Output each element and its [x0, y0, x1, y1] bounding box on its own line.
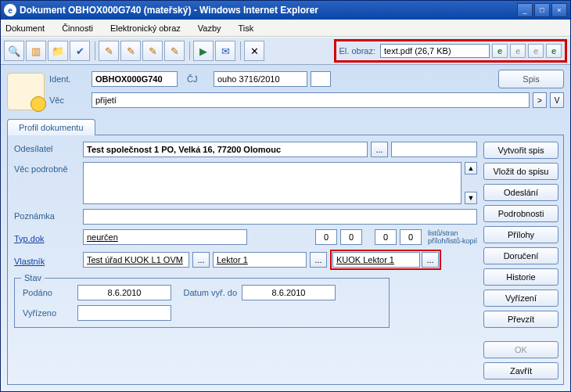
vyrizeni-button[interactable]: Vyřízení	[483, 290, 558, 307]
vlozit-do-spisu-button[interactable]: Vložit do spisu	[483, 163, 558, 180]
maximize-button[interactable]: □	[534, 3, 550, 17]
toolbar-delete-icon[interactable]: ✕	[244, 41, 264, 61]
tab-row: Profil dokumentu	[7, 118, 564, 135]
vlastnik-urad-field[interactable]	[83, 252, 189, 268]
list4-field[interactable]	[400, 229, 422, 245]
vytvorit-spis-button[interactable]: Vytvořit spis	[483, 142, 558, 159]
toolbar-edit2-icon[interactable]: ✎	[120, 41, 141, 61]
vec-expand-button[interactable]: >	[533, 92, 547, 108]
cj-extra-field[interactable]	[311, 71, 331, 87]
prilohy-button[interactable]: Přílohy	[483, 226, 558, 243]
scroll-down-icon[interactable]: ▼	[465, 192, 477, 204]
toolbar-edit1-icon[interactable]: ✎	[99, 41, 119, 61]
odesilatel-field[interactable]	[83, 142, 368, 157]
vlastnik-label[interactable]: Vlastník	[14, 254, 80, 266]
kuok-highlight: ...	[330, 250, 441, 270]
vec-podrobne-field[interactable]	[83, 162, 461, 204]
vec-podrobne-label: Věc podrobně	[14, 162, 80, 174]
toolbar-edit4-icon[interactable]: ✎	[164, 41, 185, 61]
kuok-field[interactable]	[332, 252, 420, 268]
menu-elektronicky-obraz[interactable]: Elektronický obraz	[110, 23, 181, 33]
zavrit-button[interactable]: Zavřít	[483, 362, 558, 379]
vec-label: Věc	[49, 95, 88, 105]
el-obraz-label: El. obraz:	[339, 46, 375, 56]
el-obraz-btn2[interactable]: e	[510, 44, 526, 58]
odeslani-button[interactable]: Odeslání	[483, 184, 558, 201]
form-area: Odesílatel ... Věc podrobně ▲ ▼ Poznámka	[7, 135, 564, 385]
el-obraz-btn1[interactable]: e	[492, 44, 508, 58]
toolbar-check-icon[interactable]: ✔	[70, 41, 90, 61]
ie-icon: e	[4, 4, 16, 16]
el-obraz-btn4[interactable]: e	[546, 44, 562, 58]
list1-field[interactable]	[315, 229, 337, 245]
scroll-up-icon[interactable]: ▲	[465, 162, 477, 174]
document-icon	[7, 73, 45, 110]
toolbar-folder-icon[interactable]: 📁	[48, 41, 68, 61]
toolbar-mail-icon[interactable]: ✉	[215, 41, 235, 61]
toolbar-search-icon[interactable]: 🔍	[4, 41, 24, 61]
tab-profil-dokumentu[interactable]: Profil dokumentu	[7, 119, 95, 135]
menu-dokument[interactable]: Dokument	[5, 23, 45, 33]
window: e Dokument OBHOX000G740 (mateřský) - Win…	[0, 0, 571, 392]
el-obraz-box: El. obraz: e e e e	[334, 39, 567, 63]
doruceni-button[interactable]: Doručení	[483, 247, 558, 264]
vlastnik-lektor-browse[interactable]: ...	[310, 252, 327, 268]
typdok-label[interactable]: Typ.dok	[14, 232, 80, 243]
vlastnik-lektor-field[interactable]	[213, 252, 307, 268]
vyrizeno-field[interactable]	[77, 305, 171, 321]
sidebar-buttons: Vytvořit spis Vložit do spisu Odeslání P…	[483, 142, 558, 379]
toolbar-forward-icon[interactable]: ▶	[193, 41, 214, 61]
toolbar-edit3-icon[interactable]: ✎	[142, 41, 163, 61]
menu-tisk[interactable]: Tisk	[239, 23, 254, 33]
odesilatel-label: Odesílatel	[14, 142, 80, 153]
poznamka-label: Poznámka	[14, 209, 80, 221]
list3-field[interactable]	[375, 229, 397, 245]
podano-label: Podáno	[23, 288, 77, 297]
odesilatel-browse[interactable]: ...	[371, 142, 388, 157]
stav-legend: Stav	[21, 273, 45, 282]
vyrizeno-label: Vyřízeno	[23, 308, 77, 318]
vlastnik-urad-browse[interactable]: ...	[192, 252, 210, 268]
menu-cinnosti[interactable]: Činnosti	[62, 23, 93, 33]
el-obraz-field[interactable]	[380, 44, 490, 58]
vec-field[interactable]	[92, 92, 530, 108]
podano-field[interactable]	[77, 285, 171, 300]
menu-vazby[interactable]: Vazby	[198, 23, 221, 33]
poznamka-field[interactable]	[83, 209, 477, 225]
spis-button[interactable]: Spis	[498, 70, 564, 88]
typdok-field[interactable]	[83, 229, 247, 245]
minimize-button[interactable]: _	[517, 3, 533, 17]
list2-field[interactable]	[340, 229, 362, 245]
ident-field[interactable]	[92, 71, 178, 87]
cj-label: ČJ	[187, 74, 210, 84]
ok-button: OK	[483, 341, 558, 358]
content: Ident. ČJ Spis Věc > V Profil dokumentu	[1, 65, 570, 391]
odesilatel-extra[interactable]	[391, 142, 477, 157]
prevzit-button[interactable]: Převzít	[483, 311, 558, 328]
datvyr-field[interactable]	[242, 285, 336, 300]
el-obraz-btn3[interactable]: e	[528, 44, 544, 58]
podrobnosti-button[interactable]: Podrobnosti	[483, 205, 558, 222]
menubar: Dokument Činnosti Elektronický obraz Vaz…	[1, 20, 570, 37]
close-window-button[interactable]: ×	[551, 3, 567, 17]
cj-field[interactable]	[214, 71, 307, 87]
vec-v-button[interactable]: V	[550, 92, 564, 108]
ident-label: Ident.	[49, 74, 88, 84]
kuok-browse[interactable]: ...	[422, 252, 439, 268]
toolbar: 🔍 ▥ 📁 ✔ ✎ ✎ ✎ ✎ ▶ ✉ ✕ El. obraz: e e e e	[1, 37, 570, 65]
toolbar-doc-icon[interactable]: ▥	[26, 41, 46, 61]
historie-button[interactable]: Historie	[483, 268, 558, 286]
titlebar: e Dokument OBHOX000G740 (mateřský) - Win…	[1, 1, 570, 20]
datvyr-label: Datum vyř. do	[171, 288, 242, 297]
window-title: Dokument OBHOX000G740 (mateřský) - Windo…	[20, 5, 517, 16]
list-info: listů/stranpříloh/listů-kopií	[428, 229, 477, 245]
stav-box: Stav Podáno Datum vyř. do Vyřízeno	[14, 278, 390, 328]
